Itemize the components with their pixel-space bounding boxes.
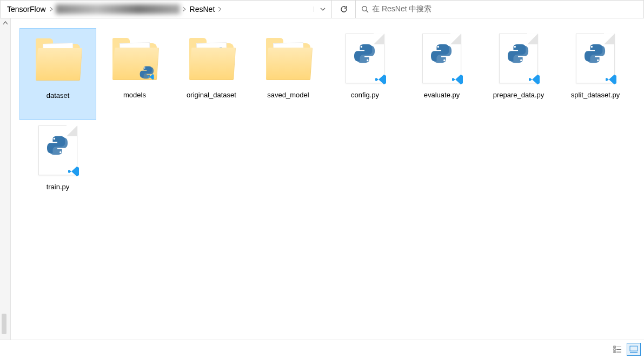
file-item[interactable]: train.py [19, 120, 96, 212]
folder-item[interactable]: saved_model [250, 28, 327, 120]
svg-point-0 [362, 6, 367, 11]
file-item[interactable]: split_dataset.py [557, 28, 634, 120]
item-label: split_dataset.py [569, 91, 622, 100]
refresh-button[interactable] [332, 0, 356, 18]
vscode-icon [605, 73, 618, 86]
svg-rect-1 [614, 346, 615, 348]
vscode-icon [451, 73, 464, 86]
item-label: dataset [44, 91, 72, 100]
status-bar [0, 340, 644, 358]
python-file-icon [335, 30, 395, 90]
folder-item[interactable]: models [96, 28, 173, 120]
item-label: saved_model [265, 91, 311, 100]
folder-item[interactable]: dataset [19, 28, 96, 120]
chevron-up-icon [3, 21, 8, 26]
python-icon [584, 42, 607, 65]
folder-icon [182, 30, 241, 90]
file-item[interactable]: evaluate.py [403, 28, 480, 120]
address-bar[interactable]: TensorFlow ResNet [0, 0, 332, 18]
folder-icon [258, 30, 318, 90]
folder-item[interactable]: original_dataset [173, 28, 250, 120]
scrollbar-thumb[interactable] [2, 314, 6, 334]
search-input[interactable]: 在 ResNet 中搜索 [356, 0, 644, 18]
chevron-right-icon[interactable] [48, 6, 55, 12]
item-label: evaluate.py [422, 91, 462, 100]
item-label: prepare_data.py [491, 91, 547, 100]
python-icon [354, 42, 376, 65]
python-file-icon [489, 30, 548, 90]
folder-icon [28, 31, 88, 90]
file-item[interactable]: config.py [327, 28, 403, 120]
large-icons-view-icon [629, 346, 638, 353]
python-icon [140, 65, 155, 80]
python-icon [47, 134, 69, 157]
file-list[interactable]: datasetmodelsoriginal_datasetsaved_model… [11, 18, 644, 340]
breadcrumb-root[interactable]: TensorFlow [5, 4, 48, 15]
vscode-icon [67, 165, 80, 178]
breadcrumb-obscured [56, 4, 180, 14]
chevron-right-icon[interactable] [217, 6, 223, 12]
details-view-button[interactable] [610, 343, 625, 356]
address-search-row: TensorFlow ResNet 在 ResNet 中搜索 [0, 0, 644, 18]
refresh-icon [340, 5, 348, 14]
svg-rect-2 [614, 349, 615, 350]
item-label: models [121, 91, 148, 100]
details-view-icon [613, 346, 622, 353]
svg-rect-4 [630, 346, 638, 351]
item-label: config.py [349, 91, 381, 100]
search-icon [361, 5, 369, 13]
python-file-icon [28, 122, 88, 182]
file-item[interactable]: prepare_data.py [480, 28, 557, 120]
python-file-icon [412, 30, 472, 90]
vscode-icon [528, 73, 541, 86]
python-icon [430, 42, 453, 65]
breadcrumb-current[interactable]: ResNet [188, 4, 217, 15]
large-icons-view-button[interactable] [627, 343, 641, 356]
nav-pane-expand-button[interactable] [0, 18, 11, 340]
svg-rect-3 [614, 352, 615, 353]
search-placeholder: 在 ResNet 中搜索 [372, 4, 431, 14]
python-file-icon [566, 30, 625, 90]
address-history-dropdown[interactable] [313, 6, 331, 12]
item-label: train.py [44, 183, 72, 191]
python-icon [507, 42, 530, 65]
folder-icon [105, 30, 164, 90]
chevron-right-icon[interactable] [181, 6, 188, 12]
vscode-icon [374, 73, 387, 86]
item-label: original_dataset [184, 91, 238, 100]
